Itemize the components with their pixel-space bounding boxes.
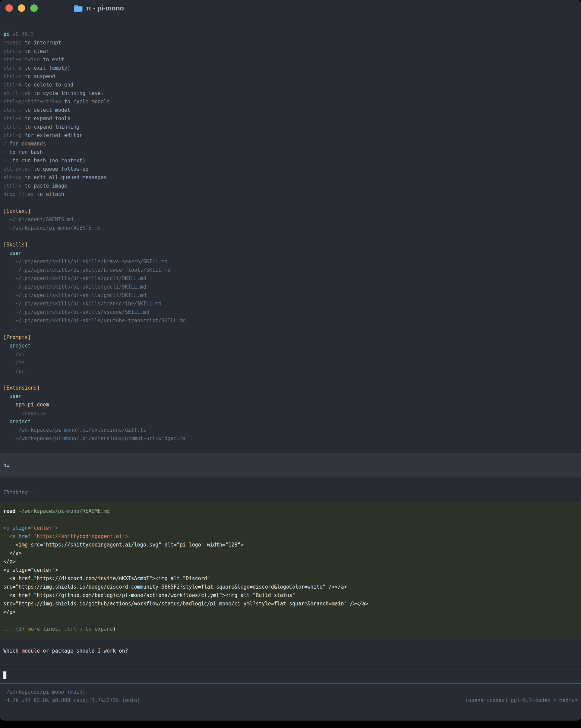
- skill-paths: ~/.pi/agent/skills/pi-skills/brave-searc…: [3, 258, 578, 325]
- shortcut-help-line: !! to run bash (no context): [3, 157, 578, 165]
- code-line: <p align="center">: [3, 566, 578, 574]
- context-path: ~/workspaces/pi-mono/AGENTS.md: [3, 224, 578, 232]
- prompts-section-header: [Prompts]: [3, 333, 578, 342]
- thinking-indicator: Thinking...: [3, 489, 578, 497]
- skills-scope-label: user: [3, 249, 578, 258]
- extension-npm-package: npm:pi-doom: [3, 401, 578, 409]
- traffic-lights: [0, 4, 38, 12]
- terminal-window: π - pi-mono pi v0.49.3 escape to interru…: [0, 0, 581, 721]
- shortcut-help-line: ctrl+c to clear: [3, 47, 578, 56]
- code-line: <img src="https://shittycodingagent.ai/l…: [3, 541, 578, 549]
- terminal-output: pi v0.49.3 escape to interruptctrl+c to …: [0, 16, 581, 705]
- assistant-message: Which module or package should I work on…: [3, 647, 578, 655]
- shortcut-help-line: ctrl+o to expand tools: [3, 114, 578, 123]
- close-window-button[interactable]: [5, 4, 13, 12]
- code-line: src="https://img.shields.io/badge/discor…: [3, 583, 578, 591]
- skill-path: ~/.pi/agent/skills/pi-skills/gdcli/SKILL…: [3, 283, 578, 291]
- shortcut-help-line: ctrl+l to select model: [3, 106, 578, 114]
- context-paths: ~/.pi/agent/AGENTS.md~/workspaces/pi-mon…: [3, 215, 578, 232]
- zoom-window-button[interactable]: [30, 4, 38, 12]
- truncation-notice: ... (37 more lines, ctrl+o to expand): [3, 625, 578, 633]
- code-line: </p>: [3, 557, 578, 566]
- context-section-header: [Context]: [3, 207, 578, 215]
- skill-path: ~/.pi/agent/skills/pi-skills/transcribe/…: [3, 300, 578, 308]
- user-message-text: hi: [3, 461, 578, 469]
- tool-call-block: read ~/workspaces/pi-mono/README.md <p a…: [0, 502, 581, 639]
- code-line: <p align="center">: [3, 524, 578, 532]
- skill-path: ~/.pi/agent/skills/pi-skills/brave-searc…: [3, 258, 578, 266]
- skill-path: ~/.pi/agent/skills/pi-skills/vscode/SKIL…: [3, 308, 578, 316]
- extension-path: ~/workspaces/pi-mono/.pi/extensions/prom…: [3, 434, 578, 443]
- tool-call-header: read ~/workspaces/pi-mono/README.md: [3, 507, 578, 516]
- shortcuts-help: escape to interruptctrl+c to clearctrl+c…: [3, 39, 578, 199]
- shortcut-help-line: ctrl+c twice to exit: [3, 56, 578, 64]
- minimize-window-button[interactable]: [18, 4, 25, 12]
- shortcut-help-line: ctrl+v to paste image: [3, 182, 578, 190]
- prompt-command: /is: [3, 359, 578, 367]
- skill-path: ~/.pi/agent/skills/pi-skills/gccli/SKILL…: [3, 275, 578, 283]
- readme-code: <p align="center"> <a href="https://shit…: [3, 524, 578, 617]
- truncation-shortcut: ctrl+o: [64, 626, 82, 632]
- code-line: src="https://img.shields.io/github/actio…: [3, 600, 578, 608]
- code-line: <a href="https://shittycodingagent.ai">: [3, 532, 578, 541]
- extension-path: ~/workspaces/pi-mono/.pi/extensions/diff…: [3, 426, 578, 434]
- prompt-commands: /cl/is/pr: [3, 350, 578, 375]
- message-input[interactable]: [0, 667, 581, 684]
- user-message: hi: [0, 453, 581, 477]
- code-line: </p>: [3, 608, 578, 617]
- tool-name: read: [3, 508, 16, 514]
- model-indicator: (openai-codex) gpt-5.2-codex • medium: [465, 696, 578, 705]
- truncation-prefix: ... (37 more lines,: [3, 626, 64, 632]
- shortcut-help-line: ctrl+p/shift+ctrl+p to cycle models: [3, 98, 578, 106]
- shortcut-help-line: ctrl+g for external editor: [3, 131, 578, 140]
- extension-paths: ~/workspaces/pi-mono/.pi/extensions/diff…: [3, 426, 578, 443]
- shortcut-help-line: drop files to attach: [3, 190, 578, 199]
- code-line: <a href="https://discord.com/invite/nKXT…: [3, 574, 578, 583]
- token-usage-stats: ↑4.7k ↓44 R3.8k $0.009 (sub) 1.7%/272k (…: [3, 696, 140, 705]
- usage-status-row: ↑4.7k ↓44 R3.8k $0.009 (sub) 1.7%/272k (…: [3, 696, 578, 705]
- extension-npm-entry: index.ts: [3, 409, 578, 418]
- window-titlebar[interactable]: π - pi-mono: [0, 0, 581, 16]
- shortcut-help-line: ! to run bash: [3, 148, 578, 157]
- skill-path: ~/.pi/agent/skills/pi-skills/youtube-tra…: [3, 316, 578, 325]
- folder-icon: [73, 4, 83, 12]
- window-title: π - pi-mono: [86, 4, 124, 12]
- context-path: ~/.pi/agent/AGENTS.md: [3, 215, 578, 224]
- code-line: </a>: [3, 549, 578, 557]
- extensions-user-scope-label: user: [3, 392, 578, 401]
- extensions-project-scope-label: project: [3, 418, 578, 426]
- app-name: pi: [3, 31, 9, 37]
- text-cursor: [3, 671, 6, 679]
- shortcut-help-line: escape to interrupt: [3, 39, 578, 47]
- status-bar: ~/workspaces/pi-mono (main) ↑4.7k ↓44 R3…: [3, 688, 578, 705]
- truncation-suffix: to expand: [82, 626, 113, 632]
- shortcut-help-line: / for commands: [3, 140, 578, 148]
- shortcut-help-line: ctrl+z to suspend: [3, 72, 578, 81]
- prompts-scope-label: project: [3, 342, 578, 350]
- shortcut-help-line: shift+tab to cycle thinking level: [3, 89, 578, 98]
- cwd-branch-status: ~/workspaces/pi-mono (main): [3, 688, 578, 696]
- shortcut-help-line: ctrl+d to exit (empty): [3, 64, 578, 72]
- shortcut-help-line: alt+up to edit all queued messages: [3, 174, 578, 182]
- prompt-command: /cl: [3, 350, 578, 359]
- prompt-command: /pr: [3, 367, 578, 375]
- tool-argument: ~/workspaces/pi-mono/README.md: [19, 508, 110, 514]
- shortcut-help-line: ctrl+t to expand thinking: [3, 123, 578, 131]
- skill-path: ~/.pi/agent/skills/pi-skills/gmcli/SKILL…: [3, 291, 578, 300]
- skills-section-header: [Skills]: [3, 241, 578, 249]
- shortcut-help-line: ctrl+k to delete to end: [3, 81, 578, 89]
- shortcut-help-line: alt+enter to queue follow-up: [3, 165, 578, 174]
- code-line: <a href="https://github.com/badlogic/pi-…: [3, 591, 578, 600]
- app-version: v0.49.3: [12, 31, 34, 37]
- truncation-close: ): [113, 626, 116, 632]
- window-title-group: π - pi-mono: [73, 4, 124, 12]
- extensions-section-header: [Extensions]: [3, 384, 578, 392]
- skill-path: ~/.pi/agent/skills/pi-skills/browser-too…: [3, 266, 578, 275]
- app-version-line: pi v0.49.3: [3, 30, 578, 39]
